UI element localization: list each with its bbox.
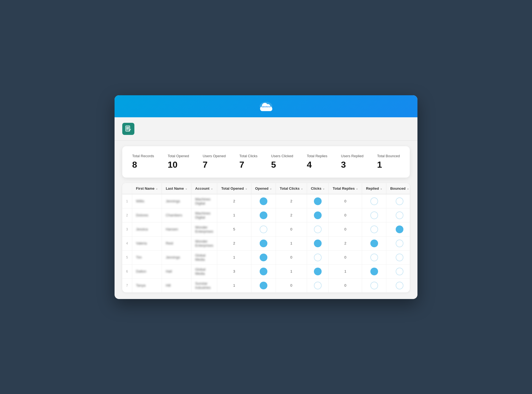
cell-clicks bbox=[307, 194, 329, 208]
stat-label: Total Bounced bbox=[377, 154, 400, 158]
table-row: 4ValeriaReidWonder Enterprises212 bbox=[122, 236, 410, 250]
cell-replied bbox=[362, 236, 386, 250]
stat-label: Users Clicked bbox=[271, 154, 293, 158]
cell-total-replies: 0 bbox=[329, 208, 362, 222]
cell-total-replies: 0 bbox=[329, 278, 362, 292]
cell-total-clicks: 1 bbox=[276, 236, 307, 250]
cell-opened bbox=[251, 236, 276, 250]
stat-label: Users Replied bbox=[341, 154, 363, 158]
cell-first-name: Willis bbox=[132, 194, 162, 208]
stat-item: Total Records8 bbox=[132, 154, 154, 170]
cell-total-replies: 0 bbox=[329, 194, 362, 208]
table-column-lastName[interactable]: Last Name ⌄ bbox=[162, 183, 191, 194]
cell-replied bbox=[362, 194, 386, 208]
table-column-clicks[interactable]: Clicks ⌄ bbox=[307, 183, 329, 194]
table-column-account[interactable]: Account ⌄ bbox=[191, 183, 217, 194]
stat-item: Users Opened7 bbox=[203, 154, 226, 170]
main-window: salesforce Total Records8Total Opened10U… bbox=[115, 95, 417, 299]
table-row: 1WillisJenningsMachines Digital220 bbox=[122, 194, 410, 208]
table-row: 6DaltonHallGlobal Media311 bbox=[122, 264, 410, 278]
cell-total-clicks: 0 bbox=[276, 222, 307, 236]
stat-label: Users Opened bbox=[203, 154, 226, 158]
stat-value: 7 bbox=[203, 160, 226, 170]
table-column-bounced[interactable]: Bounced ⌄ bbox=[386, 183, 410, 194]
stat-label: Total Records bbox=[132, 154, 154, 158]
cell-account: Machines Digital bbox=[191, 208, 217, 222]
table-column-totalClicks[interactable]: Total Clicks ⌄ bbox=[276, 183, 307, 194]
th-index bbox=[122, 183, 132, 194]
row-index: 6 bbox=[122, 264, 132, 278]
svg-text:salesforce: salesforce bbox=[261, 106, 271, 108]
report-icon bbox=[122, 123, 134, 135]
cell-clicks bbox=[307, 250, 329, 264]
table-column-opened[interactable]: Opened ⌄ bbox=[251, 183, 276, 194]
cell-opened bbox=[251, 264, 276, 278]
cell-total-opened: 5 bbox=[217, 222, 251, 236]
cell-clicks bbox=[307, 236, 329, 250]
table-row: 7TanyaHillSunstar Industries100 bbox=[122, 278, 410, 292]
stat-value: 8 bbox=[132, 160, 154, 170]
table-body: 1WillisJenningsMachines Digital2202Dolor… bbox=[122, 194, 410, 292]
cell-last-name: Chambers bbox=[162, 208, 191, 222]
cell-total-replies: 0 bbox=[329, 250, 362, 264]
cell-opened bbox=[251, 208, 276, 222]
cell-replied bbox=[362, 250, 386, 264]
data-table: First Name ⌄Last Name ⌄Account ⌄Total Op… bbox=[122, 183, 410, 292]
cell-bounced bbox=[386, 236, 410, 250]
cell-total-opened: 1 bbox=[217, 250, 251, 264]
cell-bounced bbox=[386, 264, 410, 278]
cell-total-clicks: 0 bbox=[276, 250, 307, 264]
table-column-totalReplies[interactable]: Total Replies ⌄ bbox=[329, 183, 362, 194]
cell-total-clicks: 2 bbox=[276, 208, 307, 222]
cell-account: Wonder Enterprises bbox=[191, 236, 217, 250]
table-column-totalOpened[interactable]: Total Opened ⌄ bbox=[217, 183, 251, 194]
cell-account: Global Media bbox=[191, 264, 217, 278]
table-column-firstName[interactable]: First Name ⌄ bbox=[132, 183, 162, 194]
cell-total-opened: 1 bbox=[217, 278, 251, 292]
cell-total-opened: 2 bbox=[217, 194, 251, 208]
cell-total-replies: 1 bbox=[329, 264, 362, 278]
row-index: 1 bbox=[122, 194, 132, 208]
cell-first-name: Dolores bbox=[132, 208, 162, 222]
stats-card: Total Records8Total Opened10Users Opened… bbox=[122, 146, 410, 178]
cell-clicks bbox=[307, 264, 329, 278]
stat-label: Total Clicks bbox=[239, 154, 257, 158]
stat-item: Users Replied3 bbox=[341, 154, 363, 170]
stat-label: Total Replies bbox=[307, 154, 327, 158]
cell-account: Machines Digital bbox=[191, 194, 217, 208]
cell-total-opened: 1 bbox=[217, 208, 251, 222]
row-index: 7 bbox=[122, 278, 132, 292]
stat-item: Total Clicks7 bbox=[239, 154, 257, 170]
table-row: 3JessicaHansenWonder Enterprises500 bbox=[122, 222, 410, 236]
stat-item: Users Clicked5 bbox=[271, 154, 293, 170]
cell-replied bbox=[362, 208, 386, 222]
row-index: 4 bbox=[122, 236, 132, 250]
cell-first-name: Jessica bbox=[132, 222, 162, 236]
cell-replied bbox=[362, 278, 386, 292]
stat-value: 10 bbox=[168, 160, 189, 170]
cell-bounced bbox=[386, 278, 410, 292]
cell-opened bbox=[251, 194, 276, 208]
cell-clicks bbox=[307, 208, 329, 222]
cell-last-name: Reid bbox=[162, 236, 191, 250]
cell-total-clicks: 2 bbox=[276, 194, 307, 208]
report-header bbox=[115, 117, 417, 141]
cell-total-replies: 2 bbox=[329, 236, 362, 250]
stat-item: Total Replies4 bbox=[307, 154, 327, 170]
cell-bounced bbox=[386, 194, 410, 208]
cell-bounced bbox=[386, 250, 410, 264]
cell-replied bbox=[362, 264, 386, 278]
cell-first-name: Tim bbox=[132, 250, 162, 264]
cell-bounced bbox=[386, 208, 410, 222]
table-row: 5TimJenningsGlobal Media100 bbox=[122, 250, 410, 264]
cell-opened bbox=[251, 222, 276, 236]
cell-first-name: Valeria bbox=[132, 236, 162, 250]
stat-item: Total Bounced1 bbox=[377, 154, 400, 170]
stat-value: 5 bbox=[271, 160, 293, 170]
stat-value: 4 bbox=[307, 160, 327, 170]
cell-total-clicks: 0 bbox=[276, 278, 307, 292]
stat-label: Total Opened bbox=[168, 154, 189, 158]
row-index: 2 bbox=[122, 208, 132, 222]
table-column-replied[interactable]: Replied ⌄ bbox=[362, 183, 386, 194]
stat-item: Total Opened10 bbox=[168, 154, 189, 170]
